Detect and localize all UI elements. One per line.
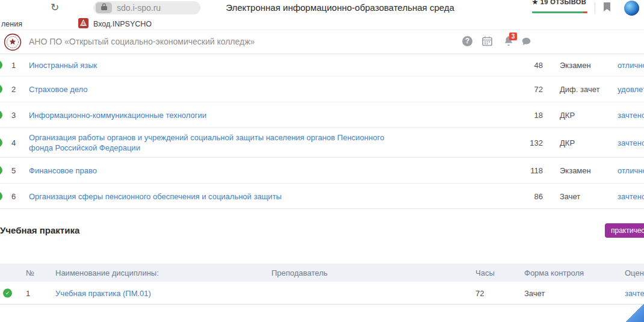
scroll-widget-corner[interactable]: [626, 304, 644, 322]
row-number: 1: [11, 61, 16, 70]
lock-icon[interactable]: [96, 2, 112, 13]
practice-table-header: № Наименование дисциплины: Преподаватель…: [0, 264, 644, 282]
section-title: Учебная практика: [0, 225, 79, 235]
discipline-link[interactable]: Организация работы органов и учреждений …: [29, 132, 390, 153]
grade-link[interactable]: зачтено: [625, 288, 644, 297]
status-check-icon: ✓: [0, 138, 2, 147]
practice-type-badge: практическое: [605, 223, 644, 238]
help-icon[interactable]: ?: [462, 36, 472, 46]
table-row: ✓ 5 Финансовое право 118 Экзамен отлично: [0, 158, 644, 184]
hours-value: 18: [519, 110, 543, 119]
row-number: 2: [11, 85, 16, 94]
messages-icon[interactable]: [521, 37, 531, 49]
notifications-count-badge: 3: [509, 33, 517, 40]
calendar-icon[interactable]: [482, 36, 492, 49]
bookmarks-bar: ления Вход.INPSYCHO: [0, 16, 644, 30]
control-form: Зачет: [560, 191, 580, 200]
hours-value: 118: [519, 166, 543, 175]
table-row: ✓ 1 Иностранный язык 48 Экзамен отлично: [0, 54, 644, 76]
control-form: Экзамен: [560, 61, 591, 70]
reviews-button[interactable]: ★ 19 отзывов: [532, 0, 586, 6]
header-number: №: [26, 268, 34, 277]
header-hours: Часы: [475, 268, 495, 277]
grade-link[interactable]: отлично: [618, 166, 644, 175]
control-form: ДКР: [560, 138, 575, 147]
header-grade: Оценка: [625, 268, 644, 277]
profile-avatar[interactable]: [624, 1, 639, 16]
hours-value: 72: [519, 85, 543, 94]
control-form: Диф. зачет: [560, 85, 599, 94]
bookmark-item-partial[interactable]: ления: [1, 20, 22, 28]
bookmark-favicon-icon: [78, 18, 88, 31]
hours-value: 86: [519, 191, 543, 200]
row-number: 1: [26, 288, 30, 297]
discipline-link[interactable]: Организация сферы пенсионного обеспечени…: [29, 191, 390, 201]
header-discipline: Наименование дисциплины:: [55, 268, 159, 277]
control-form: Зачет: [524, 288, 545, 297]
table-row: ✓ 1 Учебная практика (ПМ.01) 72 Зачет за…: [0, 282, 644, 305]
header-teacher: Преподаватель: [271, 268, 327, 277]
bookmark-item-inpsycho[interactable]: Вход.INPSYCHO: [93, 20, 152, 28]
page-title: Электронная информационно-образовательна…: [138, 2, 542, 13]
discipline-link[interactable]: Финансовое право: [29, 166, 390, 176]
bookmark-icon[interactable]: [603, 2, 611, 14]
reload-icon[interactable]: ↻: [51, 1, 59, 14]
hours-value: 132: [519, 138, 543, 147]
status-check-icon: ✓: [0, 166, 2, 175]
browser-window: ↻ sdo.i-spo.ru Электронная информационно…: [0, 0, 644, 322]
row-number: 6: [11, 191, 16, 200]
row-number: 4: [11, 138, 16, 147]
hours-value: 48: [519, 61, 543, 70]
college-logo[interactable]: [4, 33, 22, 54]
control-form: ДКР: [560, 110, 575, 119]
discipline-link[interactable]: Иностранный язык: [29, 60, 390, 70]
table-row: ✓ 3 Информационно-коммуникационные техно…: [0, 102, 644, 128]
hours-value: 72: [475, 288, 484, 297]
grade-link[interactable]: зачтено: [618, 191, 644, 200]
status-check-icon: ✓: [0, 110, 2, 119]
row-number: 5: [11, 166, 16, 175]
college-name: АНО ПО «Открытый социально-экономический…: [29, 37, 255, 46]
grade-link[interactable]: зачтено: [618, 138, 644, 147]
control-form: Экзамен: [560, 166, 591, 175]
grade-link[interactable]: отлично: [618, 61, 644, 70]
discipline-link[interactable]: Информационно-коммуникационные технологи…: [29, 110, 390, 120]
toolbar-separator: [595, 2, 595, 14]
status-check-icon: ✓: [0, 191, 2, 200]
grade-link[interactable]: зачтено: [618, 110, 644, 119]
table-row: ✓ 6 Организация сферы пенсионного обеспе…: [0, 184, 644, 209]
discipline-link[interactable]: Учебная практика (ПМ.01): [55, 288, 151, 297]
status-check-icon: ✓: [0, 61, 2, 70]
grade-link[interactable]: удовлетворительно: [618, 85, 644, 94]
row-number: 3: [11, 110, 16, 119]
header-control: Форма контроля: [524, 268, 584, 277]
status-check-icon: ✓: [3, 288, 12, 297]
table-row: ✓ 4 Организация работы органов и учрежде…: [0, 128, 644, 158]
status-check-icon: ✓: [0, 85, 2, 94]
table-row: ✓ 2 Страховое дело 72 Диф. зачет удовлет…: [0, 76, 644, 102]
discipline-link[interactable]: Страховое дело: [29, 84, 390, 94]
site-header: АНО ПО «Открытый социально-экономический…: [0, 30, 644, 54]
browser-toolbar: ↻ sdo.i-spo.ru Электронная информационно…: [0, 0, 644, 16]
reviews-progress-bar: [532, 11, 587, 13]
